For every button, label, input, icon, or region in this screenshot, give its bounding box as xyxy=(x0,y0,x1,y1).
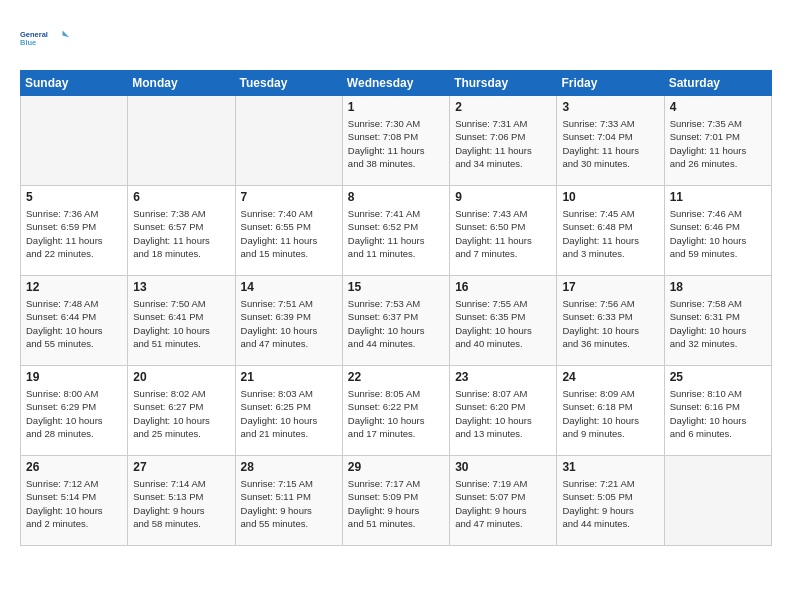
day-info: Sunrise: 8:10 AM Sunset: 6:16 PM Dayligh… xyxy=(670,387,766,440)
calendar-cell: 6Sunrise: 7:38 AM Sunset: 6:57 PM Daylig… xyxy=(128,186,235,276)
calendar-cell xyxy=(128,96,235,186)
calendar-cell: 16Sunrise: 7:55 AM Sunset: 6:35 PM Dayli… xyxy=(450,276,557,366)
day-info: Sunrise: 8:03 AM Sunset: 6:25 PM Dayligh… xyxy=(241,387,337,440)
calendar-cell: 12Sunrise: 7:48 AM Sunset: 6:44 PM Dayli… xyxy=(21,276,128,366)
day-info: Sunrise: 8:07 AM Sunset: 6:20 PM Dayligh… xyxy=(455,387,551,440)
day-number: 3 xyxy=(562,100,658,114)
calendar-cell: 1Sunrise: 7:30 AM Sunset: 7:08 PM Daylig… xyxy=(342,96,449,186)
day-info: Sunrise: 7:50 AM Sunset: 6:41 PM Dayligh… xyxy=(133,297,229,350)
day-number: 25 xyxy=(670,370,766,384)
day-number: 26 xyxy=(26,460,122,474)
calendar-cell: 10Sunrise: 7:45 AM Sunset: 6:48 PM Dayli… xyxy=(557,186,664,276)
day-number: 16 xyxy=(455,280,551,294)
calendar-cell: 28Sunrise: 7:15 AM Sunset: 5:11 PM Dayli… xyxy=(235,456,342,546)
calendar-cell: 14Sunrise: 7:51 AM Sunset: 6:39 PM Dayli… xyxy=(235,276,342,366)
day-info: Sunrise: 7:58 AM Sunset: 6:31 PM Dayligh… xyxy=(670,297,766,350)
weekday-header-friday: Friday xyxy=(557,71,664,96)
calendar-cell: 20Sunrise: 8:02 AM Sunset: 6:27 PM Dayli… xyxy=(128,366,235,456)
calendar-cell: 29Sunrise: 7:17 AM Sunset: 5:09 PM Dayli… xyxy=(342,456,449,546)
day-number: 13 xyxy=(133,280,229,294)
weekday-header-monday: Monday xyxy=(128,71,235,96)
day-number: 2 xyxy=(455,100,551,114)
day-number: 1 xyxy=(348,100,444,114)
calendar-cell: 18Sunrise: 7:58 AM Sunset: 6:31 PM Dayli… xyxy=(664,276,771,366)
calendar-cell: 30Sunrise: 7:19 AM Sunset: 5:07 PM Dayli… xyxy=(450,456,557,546)
day-number: 14 xyxy=(241,280,337,294)
day-info: Sunrise: 7:51 AM Sunset: 6:39 PM Dayligh… xyxy=(241,297,337,350)
calendar-page: General Blue SundayMondayTuesdayWednesda… xyxy=(0,0,792,562)
calendar-cell: 23Sunrise: 8:07 AM Sunset: 6:20 PM Dayli… xyxy=(450,366,557,456)
day-info: Sunrise: 8:02 AM Sunset: 6:27 PM Dayligh… xyxy=(133,387,229,440)
calendar-cell: 17Sunrise: 7:56 AM Sunset: 6:33 PM Dayli… xyxy=(557,276,664,366)
svg-marker-2 xyxy=(63,31,70,38)
calendar-cell: 7Sunrise: 7:40 AM Sunset: 6:55 PM Daylig… xyxy=(235,186,342,276)
day-info: Sunrise: 7:36 AM Sunset: 6:59 PM Dayligh… xyxy=(26,207,122,260)
weekday-header-thursday: Thursday xyxy=(450,71,557,96)
day-info: Sunrise: 7:33 AM Sunset: 7:04 PM Dayligh… xyxy=(562,117,658,170)
day-info: Sunrise: 7:43 AM Sunset: 6:50 PM Dayligh… xyxy=(455,207,551,260)
day-number: 22 xyxy=(348,370,444,384)
day-number: 20 xyxy=(133,370,229,384)
calendar-cell: 2Sunrise: 7:31 AM Sunset: 7:06 PM Daylig… xyxy=(450,96,557,186)
header: General Blue xyxy=(20,16,772,60)
day-number: 12 xyxy=(26,280,122,294)
day-number: 24 xyxy=(562,370,658,384)
day-number: 17 xyxy=(562,280,658,294)
logo: General Blue xyxy=(20,16,70,60)
calendar-cell: 31Sunrise: 7:21 AM Sunset: 5:05 PM Dayli… xyxy=(557,456,664,546)
day-number: 15 xyxy=(348,280,444,294)
day-info: Sunrise: 8:00 AM Sunset: 6:29 PM Dayligh… xyxy=(26,387,122,440)
calendar-cell: 15Sunrise: 7:53 AM Sunset: 6:37 PM Dayli… xyxy=(342,276,449,366)
day-number: 6 xyxy=(133,190,229,204)
day-number: 5 xyxy=(26,190,122,204)
day-info: Sunrise: 7:41 AM Sunset: 6:52 PM Dayligh… xyxy=(348,207,444,260)
week-row-3: 12Sunrise: 7:48 AM Sunset: 6:44 PM Dayli… xyxy=(21,276,772,366)
day-info: Sunrise: 7:53 AM Sunset: 6:37 PM Dayligh… xyxy=(348,297,444,350)
calendar-cell: 4Sunrise: 7:35 AM Sunset: 7:01 PM Daylig… xyxy=(664,96,771,186)
weekday-header-sunday: Sunday xyxy=(21,71,128,96)
day-number: 28 xyxy=(241,460,337,474)
week-row-2: 5Sunrise: 7:36 AM Sunset: 6:59 PM Daylig… xyxy=(21,186,772,276)
logo-svg: General Blue xyxy=(20,16,70,60)
day-info: Sunrise: 7:31 AM Sunset: 7:06 PM Dayligh… xyxy=(455,117,551,170)
weekday-header-wednesday: Wednesday xyxy=(342,71,449,96)
day-info: Sunrise: 7:15 AM Sunset: 5:11 PM Dayligh… xyxy=(241,477,337,530)
calendar-cell: 13Sunrise: 7:50 AM Sunset: 6:41 PM Dayli… xyxy=(128,276,235,366)
calendar-cell: 25Sunrise: 8:10 AM Sunset: 6:16 PM Dayli… xyxy=(664,366,771,456)
calendar-cell: 8Sunrise: 7:41 AM Sunset: 6:52 PM Daylig… xyxy=(342,186,449,276)
calendar-cell: 27Sunrise: 7:14 AM Sunset: 5:13 PM Dayli… xyxy=(128,456,235,546)
calendar-cell: 22Sunrise: 8:05 AM Sunset: 6:22 PM Dayli… xyxy=(342,366,449,456)
day-number: 4 xyxy=(670,100,766,114)
calendar-cell: 11Sunrise: 7:46 AM Sunset: 6:46 PM Dayli… xyxy=(664,186,771,276)
day-info: Sunrise: 7:56 AM Sunset: 6:33 PM Dayligh… xyxy=(562,297,658,350)
day-number: 21 xyxy=(241,370,337,384)
day-info: Sunrise: 7:30 AM Sunset: 7:08 PM Dayligh… xyxy=(348,117,444,170)
calendar-cell xyxy=(235,96,342,186)
week-row-1: 1Sunrise: 7:30 AM Sunset: 7:08 PM Daylig… xyxy=(21,96,772,186)
day-info: Sunrise: 7:48 AM Sunset: 6:44 PM Dayligh… xyxy=(26,297,122,350)
day-info: Sunrise: 7:55 AM Sunset: 6:35 PM Dayligh… xyxy=(455,297,551,350)
calendar-cell xyxy=(664,456,771,546)
day-number: 31 xyxy=(562,460,658,474)
day-number: 8 xyxy=(348,190,444,204)
calendar-cell xyxy=(21,96,128,186)
day-info: Sunrise: 7:38 AM Sunset: 6:57 PM Dayligh… xyxy=(133,207,229,260)
day-number: 27 xyxy=(133,460,229,474)
week-row-4: 19Sunrise: 8:00 AM Sunset: 6:29 PM Dayli… xyxy=(21,366,772,456)
day-number: 10 xyxy=(562,190,658,204)
calendar-cell: 26Sunrise: 7:12 AM Sunset: 5:14 PM Dayli… xyxy=(21,456,128,546)
day-info: Sunrise: 7:21 AM Sunset: 5:05 PM Dayligh… xyxy=(562,477,658,530)
calendar-cell: 5Sunrise: 7:36 AM Sunset: 6:59 PM Daylig… xyxy=(21,186,128,276)
weekday-header-tuesday: Tuesday xyxy=(235,71,342,96)
calendar-cell: 9Sunrise: 7:43 AM Sunset: 6:50 PM Daylig… xyxy=(450,186,557,276)
day-number: 30 xyxy=(455,460,551,474)
day-info: Sunrise: 7:12 AM Sunset: 5:14 PM Dayligh… xyxy=(26,477,122,530)
day-number: 29 xyxy=(348,460,444,474)
day-number: 7 xyxy=(241,190,337,204)
svg-text:Blue: Blue xyxy=(20,38,36,47)
week-row-5: 26Sunrise: 7:12 AM Sunset: 5:14 PM Dayli… xyxy=(21,456,772,546)
calendar-table: SundayMondayTuesdayWednesdayThursdayFrid… xyxy=(20,70,772,546)
day-number: 23 xyxy=(455,370,551,384)
calendar-cell: 3Sunrise: 7:33 AM Sunset: 7:04 PM Daylig… xyxy=(557,96,664,186)
day-number: 18 xyxy=(670,280,766,294)
